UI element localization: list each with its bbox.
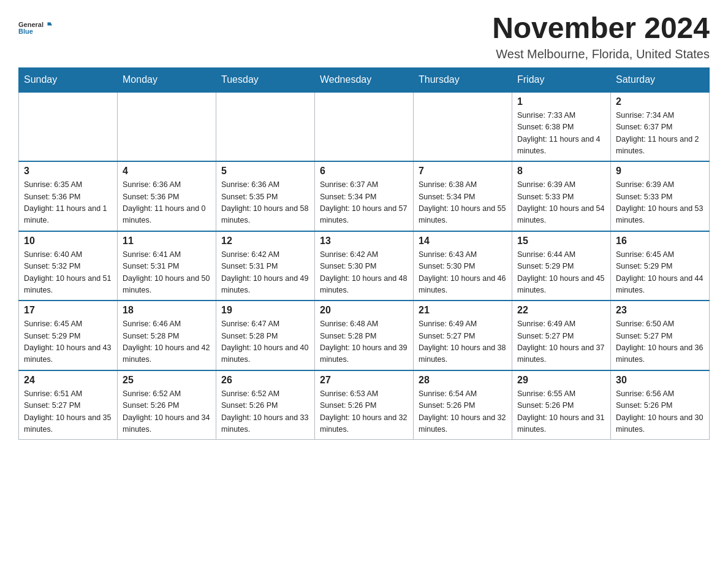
day-number: 2 <box>616 96 704 107</box>
day-number: 17 <box>24 305 112 316</box>
day-number: 8 <box>517 166 605 177</box>
calendar-cell-w5-d4: 28Sunrise: 6:54 AMSunset: 5:26 PMDayligh… <box>414 370 512 440</box>
day-number: 16 <box>616 236 704 247</box>
col-saturday: Saturday <box>611 67 710 92</box>
calendar-cell-w2-d3: 6Sunrise: 6:37 AMSunset: 5:34 PMDaylight… <box>315 161 414 231</box>
day-number: 13 <box>320 236 408 247</box>
calendar-cell-w4-d4: 21Sunrise: 6:49 AMSunset: 5:27 PMDayligh… <box>414 301 512 370</box>
calendar-cell-w2-d2: 5Sunrise: 6:36 AMSunset: 5:35 PMDaylight… <box>216 161 315 231</box>
calendar-cell-w5-d1: 25Sunrise: 6:52 AMSunset: 5:26 PMDayligh… <box>118 370 216 440</box>
calendar-cell-w2-d5: 8Sunrise: 6:39 AMSunset: 5:33 PMDaylight… <box>512 161 611 231</box>
day-info: Sunrise: 6:54 AMSunset: 5:26 PMDaylight:… <box>419 388 507 436</box>
day-number: 27 <box>320 375 408 386</box>
day-info: Sunrise: 6:49 AMSunset: 5:27 PMDaylight:… <box>419 318 507 366</box>
day-number: 18 <box>123 305 211 316</box>
day-info: Sunrise: 7:33 AMSunset: 6:38 PMDaylight:… <box>517 110 605 158</box>
day-info: Sunrise: 6:48 AMSunset: 5:28 PMDaylight:… <box>320 318 408 366</box>
day-number: 9 <box>616 166 704 177</box>
day-info: Sunrise: 6:56 AMSunset: 5:26 PMDaylight:… <box>616 388 704 436</box>
calendar-cell-w1-d4 <box>414 92 512 162</box>
calendar-cell-w2-d0: 3Sunrise: 6:35 AMSunset: 5:36 PMDaylight… <box>19 161 118 231</box>
calendar-table: Sunday Monday Tuesday Wednesday Thursday… <box>18 67 710 440</box>
day-number: 29 <box>517 375 605 386</box>
calendar-cell-w5-d3: 27Sunrise: 6:53 AMSunset: 5:26 PMDayligh… <box>315 370 414 440</box>
calendar-week-4: 17Sunrise: 6:45 AMSunset: 5:29 PMDayligh… <box>19 301 710 370</box>
day-number: 15 <box>517 236 605 247</box>
col-thursday: Thursday <box>414 67 512 92</box>
calendar-cell-w4-d5: 22Sunrise: 6:49 AMSunset: 5:27 PMDayligh… <box>512 301 611 370</box>
day-number: 21 <box>419 305 507 316</box>
day-number: 5 <box>221 166 309 177</box>
calendar-cell-w4-d3: 20Sunrise: 6:48 AMSunset: 5:28 PMDayligh… <box>315 301 414 370</box>
calendar-cell-w1-d2 <box>216 92 315 162</box>
day-info: Sunrise: 6:51 AMSunset: 5:27 PMDaylight:… <box>24 388 112 436</box>
calendar-cell-w5-d5: 29Sunrise: 6:55 AMSunset: 5:26 PMDayligh… <box>512 370 611 440</box>
calendar-cell-w2-d1: 4Sunrise: 6:36 AMSunset: 5:36 PMDaylight… <box>118 161 216 231</box>
logo: General Blue <box>18 12 55 43</box>
calendar-week-2: 3Sunrise: 6:35 AMSunset: 5:36 PMDaylight… <box>19 161 710 231</box>
col-tuesday: Tuesday <box>216 67 315 92</box>
day-number: 26 <box>221 375 309 386</box>
day-info: Sunrise: 6:42 AMSunset: 5:31 PMDaylight:… <box>221 249 309 297</box>
calendar-cell-w5-d0: 24Sunrise: 6:51 AMSunset: 5:27 PMDayligh… <box>19 370 118 440</box>
logo-svg: General Blue <box>18 12 55 43</box>
calendar-cell-w1-d0 <box>19 92 118 162</box>
day-number: 22 <box>517 305 605 316</box>
day-info: Sunrise: 6:36 AMSunset: 5:35 PMDaylight:… <box>221 179 309 227</box>
day-number: 24 <box>24 375 112 386</box>
calendar-week-1: 1Sunrise: 7:33 AMSunset: 6:38 PMDaylight… <box>19 92 710 162</box>
calendar-cell-w3-d2: 12Sunrise: 6:42 AMSunset: 5:31 PMDayligh… <box>216 231 315 301</box>
calendar-cell-w3-d0: 10Sunrise: 6:40 AMSunset: 5:32 PMDayligh… <box>19 231 118 301</box>
location: West Melbourne, Florida, United States <box>492 47 710 61</box>
day-number: 10 <box>24 236 112 247</box>
day-info: Sunrise: 6:50 AMSunset: 5:27 PMDaylight:… <box>616 318 704 366</box>
calendar-cell-w1-d1 <box>118 92 216 162</box>
day-info: Sunrise: 6:37 AMSunset: 5:34 PMDaylight:… <box>320 179 408 227</box>
day-number: 7 <box>419 166 507 177</box>
day-number: 4 <box>123 166 211 177</box>
calendar-cell-w1-d3 <box>315 92 414 162</box>
day-number: 30 <box>616 375 704 386</box>
calendar-cell-w3-d4: 14Sunrise: 6:43 AMSunset: 5:30 PMDayligh… <box>414 231 512 301</box>
col-monday: Monday <box>118 67 216 92</box>
col-friday: Friday <box>512 67 611 92</box>
day-info: Sunrise: 6:39 AMSunset: 5:33 PMDaylight:… <box>517 179 605 227</box>
day-info: Sunrise: 6:52 AMSunset: 5:26 PMDaylight:… <box>221 388 309 436</box>
calendar-cell-w2-d6: 9Sunrise: 6:39 AMSunset: 5:33 PMDaylight… <box>611 161 710 231</box>
day-info: Sunrise: 6:42 AMSunset: 5:30 PMDaylight:… <box>320 249 408 297</box>
calendar-cell-w4-d6: 23Sunrise: 6:50 AMSunset: 5:27 PMDayligh… <box>611 301 710 370</box>
calendar-cell-w4-d0: 17Sunrise: 6:45 AMSunset: 5:29 PMDayligh… <box>19 301 118 370</box>
day-info: Sunrise: 6:45 AMSunset: 5:29 PMDaylight:… <box>616 249 704 297</box>
day-info: Sunrise: 6:52 AMSunset: 5:26 PMDaylight:… <box>123 388 211 436</box>
day-info: Sunrise: 6:45 AMSunset: 5:29 PMDaylight:… <box>24 318 112 366</box>
day-number: 19 <box>221 305 309 316</box>
day-info: Sunrise: 6:41 AMSunset: 5:31 PMDaylight:… <box>123 249 211 297</box>
day-number: 12 <box>221 236 309 247</box>
day-number: 20 <box>320 305 408 316</box>
calendar-cell-w3-d1: 11Sunrise: 6:41 AMSunset: 5:31 PMDayligh… <box>118 231 216 301</box>
page-header: General Blue November 2024 West Melbourn… <box>18 12 710 61</box>
day-info: Sunrise: 6:43 AMSunset: 5:30 PMDaylight:… <box>419 249 507 297</box>
day-number: 6 <box>320 166 408 177</box>
day-info: Sunrise: 6:36 AMSunset: 5:36 PMDaylight:… <box>123 179 211 227</box>
calendar-cell-w2-d4: 7Sunrise: 6:38 AMSunset: 5:34 PMDaylight… <box>414 161 512 231</box>
month-title: November 2024 <box>492 12 710 45</box>
calendar-cell-w3-d6: 16Sunrise: 6:45 AMSunset: 5:29 PMDayligh… <box>611 231 710 301</box>
calendar-cell-w4-d1: 18Sunrise: 6:46 AMSunset: 5:28 PMDayligh… <box>118 301 216 370</box>
day-info: Sunrise: 6:47 AMSunset: 5:28 PMDaylight:… <box>221 318 309 366</box>
day-number: 28 <box>419 375 507 386</box>
day-info: Sunrise: 6:44 AMSunset: 5:29 PMDaylight:… <box>517 249 605 297</box>
calendar-cell-w3-d5: 15Sunrise: 6:44 AMSunset: 5:29 PMDayligh… <box>512 231 611 301</box>
calendar-cell-w5-d2: 26Sunrise: 6:52 AMSunset: 5:26 PMDayligh… <box>216 370 315 440</box>
calendar-cell-w5-d6: 30Sunrise: 6:56 AMSunset: 5:26 PMDayligh… <box>611 370 710 440</box>
day-info: Sunrise: 6:38 AMSunset: 5:34 PMDaylight:… <box>419 179 507 227</box>
day-info: Sunrise: 6:35 AMSunset: 5:36 PMDaylight:… <box>24 179 112 227</box>
day-number: 23 <box>616 305 704 316</box>
calendar-header-row: Sunday Monday Tuesday Wednesday Thursday… <box>19 67 710 92</box>
day-number: 14 <box>419 236 507 247</box>
day-number: 11 <box>123 236 211 247</box>
calendar-cell-w1-d6: 2Sunrise: 7:34 AMSunset: 6:37 PMDaylight… <box>611 92 710 162</box>
day-info: Sunrise: 7:34 AMSunset: 6:37 PMDaylight:… <box>616 110 704 158</box>
calendar-cell-w3-d3: 13Sunrise: 6:42 AMSunset: 5:30 PMDayligh… <box>315 231 414 301</box>
calendar-cell-w1-d5: 1Sunrise: 7:33 AMSunset: 6:38 PMDaylight… <box>512 92 611 162</box>
